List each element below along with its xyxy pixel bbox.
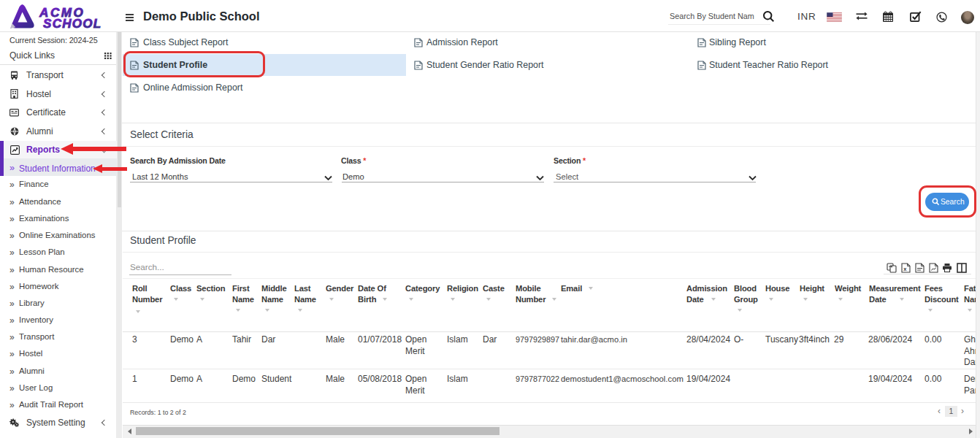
svg-text:SCHOOL: SCHOOL [43,17,102,31]
svg-text:x: x [903,266,907,272]
